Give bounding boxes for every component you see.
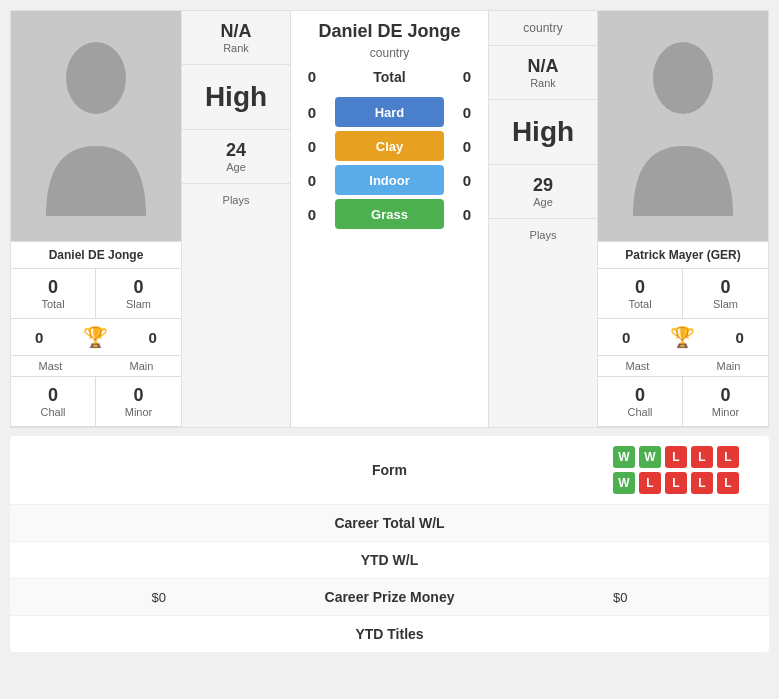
player2-trophy-icon: 🏆 <box>670 325 695 349</box>
form-badges: WWLLLWLLLL <box>613 446 753 494</box>
main-container: Daniel DE Jonge 0 Total 0 Slam 0 🏆 0 Mas… <box>0 0 779 662</box>
player2-country: country <box>489 11 597 46</box>
player2-potential-row: High <box>489 100 597 165</box>
player2-photo <box>598 11 768 241</box>
player1-slam-stat: 0 Slam <box>96 269 181 319</box>
player2-plays-row: Plays <box>489 219 597 427</box>
form-badge-l: L <box>717 472 739 494</box>
clay-badge: Clay <box>335 131 444 161</box>
form-badge-w: W <box>613 446 635 468</box>
player2-stats-grid: 0 Total 0 Slam 0 🏆 0 Mast Main 0 <box>598 268 768 427</box>
form-badge-l: L <box>691 472 713 494</box>
player2-name: Patrick Mayer (GER) <box>598 241 768 268</box>
player2-chall-stat: 0 Chall <box>598 377 683 427</box>
form-badge-l: L <box>717 446 739 468</box>
svg-point-1 <box>653 42 713 114</box>
player1-rank-row: N/A Rank <box>182 11 290 65</box>
player1-potential-row: High <box>182 65 290 130</box>
player2-total-stat: 0 Total <box>598 269 683 319</box>
total-row: 0 Total 0 <box>297 68 482 85</box>
bottom-stats: Form WWLLLWLLLL Career Total W/L YTD W/L… <box>10 436 769 652</box>
player2-mast-main-labels: Mast Main <box>598 356 768 377</box>
comparison-section: Daniel DE Jonge 0 Total 0 Slam 0 🏆 0 Mas… <box>10 10 769 428</box>
player1-trophy-icon: 🏆 <box>83 325 108 349</box>
player1-photo <box>11 11 181 241</box>
center-panel: Daniel DE Jonge country 0 Total 0 0 Hard… <box>291 11 488 427</box>
player2-mast-main-row: 0 🏆 0 <box>598 319 768 356</box>
hard-badge: Hard <box>335 97 444 127</box>
player2-age-row: 29 Age <box>489 165 597 219</box>
form-badge-l: L <box>639 472 661 494</box>
player1-minor-stat: 0 Minor <box>96 377 181 427</box>
player1-photo-col: Daniel DE Jonge 0 Total 0 Slam 0 🏆 0 Mas… <box>11 11 181 427</box>
player1-age-row: 24 Age <box>182 130 290 184</box>
form-badge-w: W <box>613 472 635 494</box>
ytd-wl-row: YTD W/L <box>10 542 769 579</box>
hard-row: 0 Hard 0 <box>297 97 482 127</box>
clay-row: 0 Clay 0 <box>297 131 482 161</box>
career-total-row: Career Total W/L <box>10 505 769 542</box>
player1-plays-row: Plays <box>182 184 290 427</box>
form-badge-l: L <box>665 472 687 494</box>
player1-name: Daniel DE Jonge <box>11 241 181 268</box>
grass-badge: Grass <box>335 199 444 229</box>
svg-point-0 <box>66 42 126 114</box>
form-badges-container: WWLLLWLLLL <box>613 446 753 494</box>
player2-detail-box: country N/A Rank High 29 Age Plays <box>488 11 598 427</box>
player1-detail-box: N/A Rank High 24 Age Plays <box>181 11 291 427</box>
form-badge-l: L <box>691 446 713 468</box>
form-badge-w: W <box>639 446 661 468</box>
grass-row: 0 Grass 0 <box>297 199 482 229</box>
player2-rank-row: N/A Rank <box>489 46 597 100</box>
indoor-badge: Indoor <box>335 165 444 195</box>
player1-stats-grid: 0 Total 0 Slam 0 🏆 0 Mast Main 0 <box>11 268 181 427</box>
indoor-row: 0 Indoor 0 <box>297 165 482 195</box>
player1-country: country <box>370 46 409 60</box>
player2-photo-col: Patrick Mayer (GER) 0 Total 0 Slam 0 🏆 0… <box>598 11 768 427</box>
player1-total-stat: 0 Total <box>11 269 96 319</box>
player2-silhouette-icon <box>623 36 743 216</box>
ytd-titles-row: YTD Titles <box>10 616 769 652</box>
player2-slam-stat: 0 Slam <box>683 269 768 319</box>
player1-chall-stat: 0 Chall <box>11 377 96 427</box>
player1-mast-main-labels: Mast Main <box>11 356 181 377</box>
form-badge-l: L <box>665 446 687 468</box>
form-row: Form WWLLLWLLLL <box>10 436 769 505</box>
player1-mast-main-row: 0 🏆 0 <box>11 319 181 356</box>
career-prize-row: $0 Career Prize Money $0 <box>10 579 769 616</box>
player1-silhouette-icon <box>36 36 156 216</box>
player2-minor-stat: 0 Minor <box>683 377 768 427</box>
player1-center-name: Daniel DE Jonge <box>318 21 460 42</box>
